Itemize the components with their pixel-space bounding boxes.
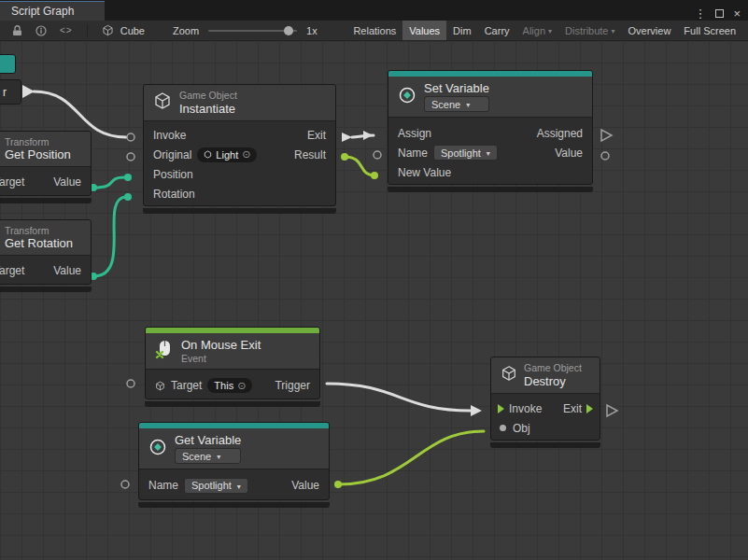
destroy-exit-output-port[interactable] xyxy=(607,405,617,416)
row-new-value: New Value xyxy=(388,162,592,182)
code-icon[interactable]: <> xyxy=(60,25,73,35)
info-icon[interactable] xyxy=(35,25,47,36)
row-target-trigger: Target This ⊙ Trigger xyxy=(146,374,319,397)
object-field-this[interactable]: This ⊙ xyxy=(207,378,252,393)
invoke-label: Invoke xyxy=(153,129,186,142)
invoke-input-port[interactable] xyxy=(127,133,134,141)
graph-canvas[interactable]: r Transform Get Position Target Value xyxy=(0,41,748,560)
node-shadow xyxy=(0,198,92,203)
toolbar-button-dim[interactable]: Dim xyxy=(446,21,478,40)
graph-wires xyxy=(0,41,748,560)
exit-port-arrow-icon[interactable] xyxy=(342,133,352,142)
name-label: Name xyxy=(148,479,178,492)
toolbar-button-values[interactable]: Values xyxy=(402,21,446,40)
variable-name-dropdown[interactable]: Spotlight ▾ xyxy=(433,145,498,161)
assigned-label: Assigned xyxy=(537,127,583,140)
object-picker-icon[interactable]: ⊙ xyxy=(237,380,246,392)
node-title: Get Rotation xyxy=(5,236,81,250)
rotation-label: Rotation xyxy=(153,188,195,201)
chevron-down-icon: ▾ xyxy=(548,27,552,35)
result-output-port[interactable] xyxy=(341,153,348,161)
node-fragment-teal[interactable] xyxy=(0,54,16,74)
toolbar-button-align[interactable]: Align▾ xyxy=(516,21,558,40)
flow-arrow-icon[interactable] xyxy=(498,404,504,413)
row-invoke-exit: Invoke Exit xyxy=(491,399,600,418)
node-title: Get Variable xyxy=(175,433,241,447)
toolbar-button-overview[interactable]: Overview xyxy=(622,21,678,40)
tab-bar: Script Graph ⋮ × xyxy=(0,0,748,21)
setvariable-name-input-port[interactable] xyxy=(374,151,381,159)
flow-arrow-icon[interactable] xyxy=(586,404,593,413)
node-set-variable[interactable]: Set Variable Scene ▾ Assign Assigned Nam… xyxy=(388,70,593,192)
target-object-label[interactable]: Cube xyxy=(120,25,145,36)
node-on-mouse-exit[interactable]: On Mouse Exit Event Target This ⊙ Trigge… xyxy=(145,327,320,407)
node-shadow xyxy=(138,502,330,508)
fragment-label: r xyxy=(0,86,7,99)
maximize-icon[interactable] xyxy=(715,9,724,18)
newvalue-input-port[interactable] xyxy=(371,172,378,179)
toolbar-button-relations[interactable]: Relations xyxy=(346,21,402,40)
zoom-slider[interactable] xyxy=(208,24,297,37)
node-title: On Mouse Exit xyxy=(181,338,261,352)
variable-name-dropdown[interactable]: Spotlight ▾ xyxy=(184,478,248,494)
object-picker-icon[interactable]: ⊙ xyxy=(242,148,250,161)
getvariable-value-output-port[interactable] xyxy=(334,481,342,488)
object-field-light[interactable]: Light ⊙ xyxy=(197,147,257,162)
node-shadow xyxy=(145,401,320,407)
zoom-slider-knob[interactable] xyxy=(284,26,293,35)
value-label: Value xyxy=(53,175,81,189)
node-instantiate[interactable]: Game Object Instantiate Invoke Exit Orig… xyxy=(143,84,336,214)
target-label: Target xyxy=(0,264,24,277)
position-input-port[interactable] xyxy=(124,174,132,181)
node-get-variable[interactable]: Get Variable Scene ▾ Name Spotlight ▾ xyxy=(138,422,330,508)
close-icon[interactable]: × xyxy=(733,7,741,21)
invoke-label: Invoke xyxy=(509,402,542,415)
node-category: Transform xyxy=(5,225,81,236)
wire-trigger-to-invoke[interactable] xyxy=(327,384,471,411)
value-label: Value xyxy=(53,264,81,277)
node-destroy[interactable]: Game Object Destroy Invoke Exit Obj xyxy=(490,357,600,448)
wire-result-to-newvalue[interactable] xyxy=(345,157,374,175)
toolbar-button-fullscreen[interactable]: Full Screen xyxy=(677,21,742,40)
value-label: Value xyxy=(555,147,583,160)
cube-icon xyxy=(102,24,114,36)
variable-scope-dropdown[interactable]: Scene ▾ xyxy=(424,96,489,112)
node-fragment-event[interactable]: r xyxy=(0,79,21,105)
node-get-rotation[interactable]: Transform Get Rotation Target Value xyxy=(0,219,92,292)
getvariable-name-input-port[interactable] xyxy=(121,481,129,488)
node-category: Game Object xyxy=(179,90,237,101)
chevron-down-icon: ▾ xyxy=(466,101,470,109)
wire-position[interactable] xyxy=(93,177,125,188)
value-label: Value xyxy=(291,479,319,492)
wire-rotation[interactable] xyxy=(93,197,125,276)
tab-script-graph[interactable]: Script Graph xyxy=(0,1,105,21)
obj-port-icon[interactable] xyxy=(500,425,506,431)
variable-scope-dropdown[interactable]: Scene ▾ xyxy=(175,448,241,464)
node-get-position[interactable]: Transform Get Position Target Value xyxy=(0,131,92,203)
node-shadow xyxy=(0,287,92,292)
rotation-input-port[interactable] xyxy=(124,193,132,201)
row-position: Position xyxy=(144,164,335,184)
lock-icon[interactable] xyxy=(12,25,22,36)
original-label: Original xyxy=(153,148,191,161)
assigned-output-port[interactable] xyxy=(601,130,612,141)
row-name-value: Name Spotlight ▾ Value xyxy=(388,143,592,162)
graph-toolbar: <> Cube Zoom 1x Relations Values Dim Car… xyxy=(0,21,748,41)
original-input-port[interactable] xyxy=(127,153,134,161)
toolbar-button-distribute[interactable]: Distribute▾ xyxy=(558,21,621,40)
node-subtitle: Event xyxy=(181,353,261,364)
mouseexit-target-input-port[interactable] xyxy=(127,380,134,387)
tab-title: Script Graph xyxy=(11,5,74,18)
object-field-value: Light xyxy=(216,149,238,161)
toolbar-button-carry[interactable]: Carry xyxy=(478,21,516,40)
zoom-value: 1x xyxy=(306,25,318,36)
node-title: Set Variable xyxy=(424,81,489,95)
toolbar-divider xyxy=(87,24,88,37)
chevron-down-icon: ▾ xyxy=(237,483,241,491)
setvariable-value-output-port[interactable] xyxy=(601,152,609,160)
zoom-label: Zoom xyxy=(173,25,199,36)
name-label: Name xyxy=(398,147,428,160)
wire-value-to-obj[interactable] xyxy=(338,431,484,484)
chevron-down-icon: ▾ xyxy=(487,149,490,158)
overflow-menu-icon[interactable]: ⋮ xyxy=(694,7,706,21)
